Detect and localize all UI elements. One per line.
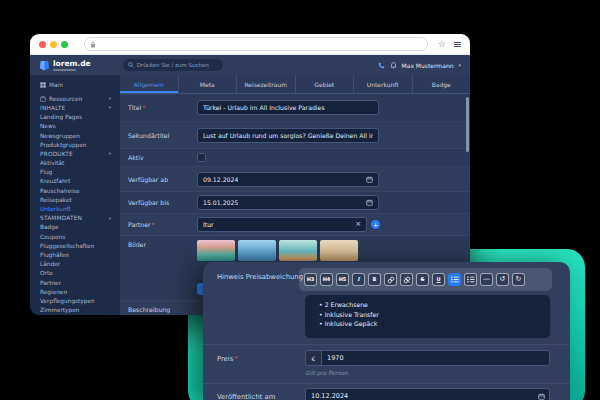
sidebar-item-label: Fluggesellschaften xyxy=(40,243,94,249)
chevron-down-icon[interactable]: ▾ xyxy=(458,62,461,68)
richtext-editor[interactable]: 2 ErwachseneInklusive TransferInklusive … xyxy=(305,295,550,338)
sidebar-item-flug[interactable]: Flug xyxy=(40,168,120,177)
published-label: Veröffentlicht am xyxy=(217,393,275,400)
bookmark-star-icon[interactable]: ☆ xyxy=(438,40,446,49)
sidebar-item-label: Orte xyxy=(40,270,53,276)
sidebar-item-ressourcen[interactable]: Ressourcen▾ xyxy=(40,94,120,103)
close-window-button[interactable] xyxy=(39,41,46,48)
tab-allgemein[interactable]: Allgemein xyxy=(120,75,179,93)
sidebar-item-orte[interactable]: Orte xyxy=(40,269,120,278)
sidebar-item-label: Verpflegungstypen xyxy=(40,298,95,304)
sidebar-item-label: Aktivität xyxy=(40,160,64,166)
tab-meta[interactable]: Meta xyxy=(179,75,238,93)
toolbar-hr-button[interactable]: — xyxy=(480,273,493,286)
toolbar-unlink-button[interactable] xyxy=(400,273,413,286)
verfuegbar-ab-date-input[interactable]: 09.12.2024 xyxy=(197,172,379,187)
partner-add-button[interactable]: + xyxy=(371,220,380,229)
sidebar-item-label: Landing Pages xyxy=(40,114,82,120)
brand-logo[interactable]: lorem.de xyxy=(39,60,91,71)
richtext-toolbar: H3H4H5IBSU—↺↻ xyxy=(299,268,552,291)
toolbar-ordered-list-button[interactable] xyxy=(464,273,477,286)
sidebar-item-reisepaket[interactable]: Reisepaket xyxy=(40,195,120,204)
toolbar-link-button[interactable] xyxy=(384,273,397,286)
chevron-down-icon: ▾ xyxy=(109,96,111,101)
brand-logo-icon xyxy=(39,60,50,71)
bell-icon[interactable] xyxy=(390,62,397,69)
sidebar-item-produkte[interactable]: PRODUKTE▾ xyxy=(40,149,120,158)
sidebar-item-regionen[interactable]: Regionen xyxy=(40,287,120,296)
sidebar-item-partner[interactable]: Partner xyxy=(40,278,120,287)
image-thumbnail[interactable] xyxy=(279,240,317,261)
sidebar-item-flugh-fen[interactable]: Flughäfen xyxy=(40,250,120,259)
sidebar-item-stammdaten[interactable]: STAMMDATEN▾ xyxy=(40,214,120,223)
toolbar-undo-button[interactable]: ↺ xyxy=(496,273,509,286)
chevron-down-icon: ▾ xyxy=(109,105,111,110)
calendar-icon[interactable] xyxy=(366,199,373,206)
published-date-input[interactable]: 10.12.2024 xyxy=(305,388,550,400)
phone-icon[interactable] xyxy=(378,62,385,69)
partner-select-input[interactable]: ltur × xyxy=(197,217,367,232)
browser-menu-icon[interactable]: ≡ xyxy=(453,39,461,50)
calendar-icon[interactable] xyxy=(538,393,545,400)
tab-badge[interactable]: Badge xyxy=(413,75,471,93)
image-thumbnail[interactable] xyxy=(197,240,235,261)
toolbar-b-button[interactable]: B xyxy=(368,273,381,286)
sidebar-item-label: Badge xyxy=(40,224,58,230)
sidebar-item-verpflegungstypen[interactable]: Verpflegungstypen xyxy=(40,296,120,305)
sidebar-item-pauschalreise[interactable]: Pauschalreise xyxy=(40,186,120,195)
sidebar-nav: MainRessourcen▾INHALTE▾Landing PagesNews… xyxy=(30,75,120,315)
sidebar-item-news[interactable]: News xyxy=(40,122,120,131)
sidebar-item-inhalte[interactable]: INHALTE▾ xyxy=(40,103,120,112)
maximize-window-button[interactable] xyxy=(61,41,68,48)
toolbar-h3-button[interactable]: H3 xyxy=(304,273,317,286)
toolbar-h4-button[interactable]: H4 xyxy=(320,273,333,286)
titel-input[interactable]: Türkei - Urlaub im All Inclusive Paradie… xyxy=(197,100,379,115)
sidebar-item-coupons[interactable]: Coupons xyxy=(40,232,120,241)
sidebar-item-kreuzfahrt[interactable]: Kreuzfahrt xyxy=(40,177,120,186)
sidebar-item-produktgruppen[interactable]: Produktgruppen xyxy=(40,140,120,149)
browser-titlebar: ☆ ≡ xyxy=(30,34,470,55)
scrollbar-thumb[interactable] xyxy=(466,97,469,152)
detail-panel: Hinweis Preisabweichung H3H4H5IBSU—↺↻ 2 … xyxy=(203,262,570,400)
calendar-icon[interactable] xyxy=(366,176,373,183)
sidebar-item-label: Flug xyxy=(40,169,52,175)
user-menu[interactable]: Max Mustermann xyxy=(402,62,454,69)
toolbar-s-button[interactable]: S xyxy=(416,273,429,286)
sidebar-item-main[interactable]: Main xyxy=(40,80,120,89)
brand-tagline xyxy=(53,69,76,71)
clear-icon[interactable]: × xyxy=(355,221,361,228)
sidebar-item-label: Pauschalreise xyxy=(40,188,80,194)
aktiv-checkbox[interactable] xyxy=(197,153,206,162)
sekundaertitel-input[interactable]: Lust auf Urlaub rund um sorglos? Genieße… xyxy=(197,128,379,143)
image-thumbnail[interactable] xyxy=(238,240,276,261)
sidebar-item-badge[interactable]: Badge xyxy=(40,223,120,232)
sidebar-item-label: Kreuzfahrt xyxy=(40,178,70,184)
sidebar-item-aktivit-t[interactable]: Aktivität xyxy=(40,159,120,168)
editor-bullet-item: Inklusive Transfer xyxy=(319,310,550,320)
minimize-window-button[interactable] xyxy=(50,41,57,48)
sidebar-item-label: PRODUKTE xyxy=(40,151,73,157)
toolbar-i-button[interactable]: I xyxy=(352,273,365,286)
tab-reisezeitraum[interactable]: Reisezeitraum xyxy=(237,75,296,93)
sidebar-item-unterkunft[interactable]: Unterkunft xyxy=(40,204,120,213)
toolbar-u-button[interactable]: U xyxy=(432,273,445,286)
sidebar-item-label: Zimmertypen xyxy=(40,307,79,313)
toolbar-h5-button[interactable]: H5 xyxy=(336,273,349,286)
preis-input[interactable]: € 1970 xyxy=(305,350,550,366)
toolbar-bullet-list-button[interactable] xyxy=(448,273,461,286)
chevron-down-icon: ▾ xyxy=(109,151,111,156)
sidebar-item-newsgruppen[interactable]: Newsgruppen xyxy=(40,131,120,140)
sidebar-item-l-nder[interactable]: Länder xyxy=(40,260,120,269)
tab-gebiet[interactable]: Gebiet xyxy=(296,75,355,93)
image-thumbnail[interactable] xyxy=(320,240,358,261)
hinweis-label: Hinweis Preisabweichung xyxy=(217,273,303,281)
url-bar[interactable] xyxy=(84,37,428,51)
toolbar-redo-button[interactable]: ↻ xyxy=(512,273,525,286)
verfuegbar-bis-date-input[interactable]: 15.01.2025 xyxy=(197,195,379,210)
search-input[interactable]: Drücken Sie / zum Suchen xyxy=(123,59,223,71)
tab-unterkunft[interactable]: Unterkunft xyxy=(354,75,413,93)
sidebar-item-landing-pages[interactable]: Landing Pages xyxy=(40,113,120,122)
sidebar-item-label: Regionen xyxy=(40,289,67,295)
sidebar-item-zimmertypen[interactable]: Zimmertypen xyxy=(40,306,120,315)
sidebar-item-fluggesellschaften[interactable]: Fluggesellschaften xyxy=(40,241,120,250)
